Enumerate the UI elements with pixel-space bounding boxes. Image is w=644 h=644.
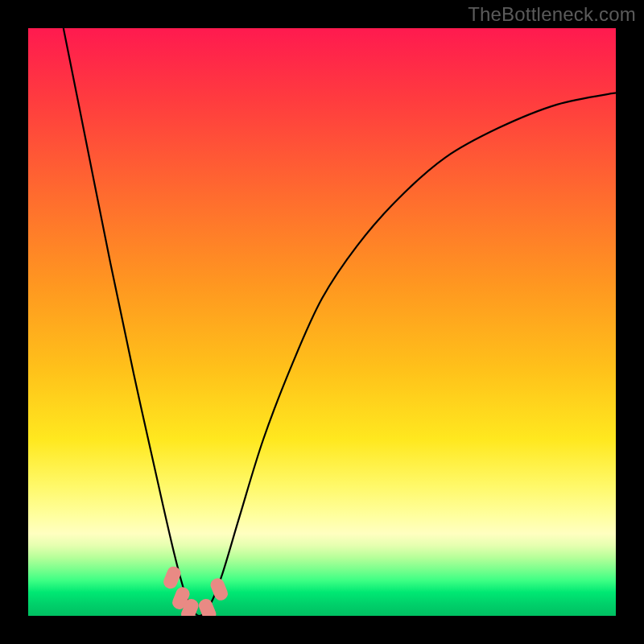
marker-group [162, 564, 230, 616]
chart-svg [28, 28, 616, 616]
plot-area [28, 28, 616, 616]
bottleneck-curve [64, 28, 616, 616]
attribution-text: TheBottleneck.com [468, 3, 636, 26]
chart-frame: TheBottleneck.com [0, 0, 644, 644]
curve-marker [197, 597, 218, 616]
curve-marker [208, 576, 229, 602]
